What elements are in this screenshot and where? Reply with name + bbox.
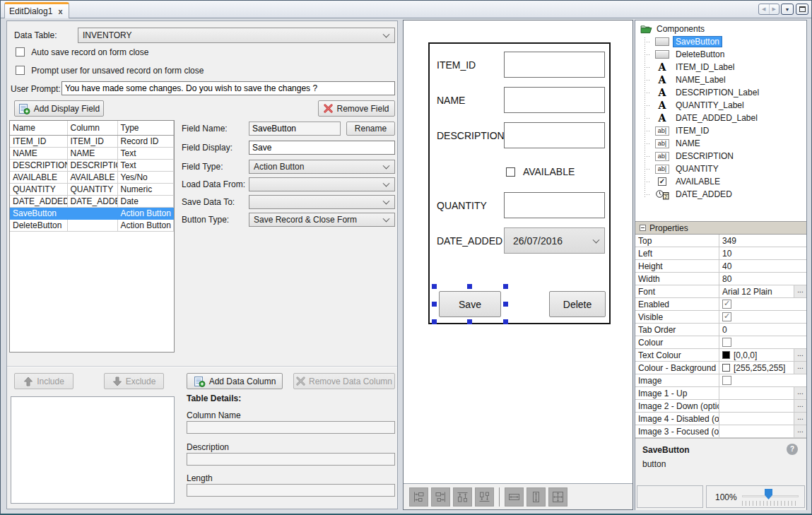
property-name[interactable]: Image 4 - Disabled (optional)	[635, 413, 719, 425]
save-data-to-dropdown[interactable]	[249, 195, 395, 209]
name-form-input[interactable]	[504, 87, 605, 113]
component-item[interactable]: ab|ITEM_ID	[635, 124, 806, 137]
selection-handle[interactable]	[503, 302, 508, 307]
remove-data-column-button[interactable]: Remove Data Column	[293, 373, 395, 389]
field-cell[interactable]: Date	[117, 196, 174, 208]
add-display-field-button[interactable]: Add Display Field	[14, 100, 104, 117]
property-name[interactable]: Colour	[635, 336, 719, 348]
selection-handle[interactable]	[467, 284, 472, 289]
item-id-form-label[interactable]: ITEM_ID	[437, 59, 476, 71]
field-cell[interactable]: ITEM_ID	[67, 136, 117, 148]
selection-handle[interactable]	[432, 319, 437, 324]
field-cell[interactable]: Action Button	[117, 220, 174, 232]
form-save-button[interactable]: Save	[439, 291, 501, 317]
component-item-label[interactable]: DESCRIPTION_Label	[673, 88, 761, 97]
component-item[interactable]: AQUANTITY_Label	[635, 99, 806, 112]
component-item[interactable]: SaveButton	[635, 35, 806, 48]
property-name[interactable]: Enabled	[635, 298, 719, 310]
property-row[interactable]: Enabled	[635, 298, 806, 311]
property-name[interactable]: Tab Order	[635, 324, 719, 336]
property-name[interactable]: Image	[635, 374, 719, 386]
load-data-from-dropdown[interactable]	[249, 177, 395, 191]
property-row[interactable]: Image 3 - Focused (optional)...	[635, 425, 806, 438]
component-item[interactable]: ✓AVAILABLE	[635, 175, 806, 188]
selection-handle[interactable]	[503, 319, 508, 324]
ellipsis-button[interactable]: ...	[794, 425, 806, 437]
selection-handle[interactable]	[432, 284, 437, 289]
field-cell[interactable]: AVAILABLE	[10, 172, 67, 184]
ellipsis-button[interactable]: ...	[794, 362, 806, 374]
component-item-label[interactable]: QUANTITY_Label	[673, 100, 746, 110]
component-item[interactable]: ADESCRIPTION_Label	[635, 86, 806, 99]
ellipsis-button[interactable]: ...	[794, 413, 806, 425]
property-row[interactable]: Text Colour[0,0,0]...	[635, 349, 806, 362]
description-form-label[interactable]: DESCRIPTION	[437, 130, 505, 141]
excluded-columns-listbox[interactable]	[11, 396, 175, 504]
field-row[interactable]: DESCRIPTIONDESCRIPTIONText	[10, 160, 174, 172]
item-id-form-input[interactable]	[504, 52, 605, 78]
field-cell[interactable]: Text	[117, 148, 174, 160]
property-value[interactable]: Arial 12 Plain	[719, 285, 794, 297]
component-item-label[interactable]: DESCRIPTION	[673, 151, 736, 161]
unchecked-checkbox-icon[interactable]	[722, 376, 731, 385]
unchecked-checkbox-icon[interactable]	[722, 338, 731, 347]
ellipsis-button[interactable]: ...	[794, 285, 806, 297]
match-height-button[interactable]	[526, 487, 546, 507]
field-row[interactable]: ITEM_IDITEM_IDRecord ID	[10, 136, 174, 148]
quantity-form-input[interactable]	[504, 192, 605, 218]
form-delete-button[interactable]: Delete	[549, 291, 606, 317]
align-bottom-button[interactable]	[475, 487, 494, 507]
property-row[interactable]: Image	[635, 374, 806, 387]
property-row[interactable]: Visible	[635, 311, 806, 324]
component-item[interactable]: ab|QUANTITY	[635, 162, 806, 175]
component-item-label[interactable]: QUANTITY	[673, 164, 721, 174]
property-name[interactable]: Image 1 - Up	[635, 387, 719, 399]
checked-checkbox-icon[interactable]	[722, 300, 731, 309]
align-left-button[interactable]	[409, 487, 428, 507]
property-row[interactable]: Image 2 - Down (optional)...	[635, 400, 806, 413]
property-row[interactable]: FontArial 12 Plain...	[635, 285, 806, 298]
property-name[interactable]: Width	[635, 273, 719, 285]
description-form-input[interactable]	[504, 122, 605, 148]
components-tree-header[interactable]: Components	[635, 20, 806, 35]
component-item[interactable]: ANAME_Label	[635, 73, 806, 86]
field-row[interactable]: SaveButtonAction Button	[10, 208, 174, 220]
checked-checkbox-icon[interactable]	[722, 312, 731, 321]
field-cell[interactable]: DESCRIPTION	[67, 160, 117, 172]
component-item-label[interactable]: DATE_ADDED_Label	[673, 113, 760, 123]
property-name[interactable]: Image 3 - Focused (optional)	[635, 425, 719, 437]
property-row[interactable]: Colour - Background[255,255,255]...	[635, 362, 806, 374]
selection-handle[interactable]	[467, 319, 472, 324]
description-input[interactable]	[187, 453, 395, 466]
field-cell[interactable]: AVAILABLE	[67, 172, 117, 184]
component-item-label[interactable]: NAME	[673, 138, 702, 148]
property-value[interactable]: 10	[719, 247, 806, 259]
property-name[interactable]: Colour - Background	[635, 362, 719, 374]
field-row[interactable]: QUANTITYQUANTITYNumeric	[10, 184, 174, 196]
zoom-slider-handle[interactable]	[765, 489, 772, 499]
field-row[interactable]: AVAILABLEAVAILABLEYes/No	[10, 172, 174, 184]
property-row[interactable]: Image 4 - Disabled (optional)...	[635, 413, 806, 425]
property-row[interactable]: Colour	[635, 336, 806, 349]
prompt-checkbox-row[interactable]: Prompt user for unsaved record on form c…	[16, 66, 204, 76]
component-item-label[interactable]: AVAILABLE	[673, 177, 722, 187]
field-type-dropdown[interactable]: Action Button	[249, 160, 395, 174]
property-value[interactable]: 80	[719, 273, 806, 285]
fields-table-column-header[interactable]: Column	[67, 121, 117, 136]
component-item[interactable]: ab|DESCRIPTION	[635, 150, 806, 162]
property-name[interactable]: Top	[635, 235, 719, 247]
available-form-checkbox[interactable]	[506, 167, 515, 177]
property-name[interactable]: Font	[635, 285, 719, 297]
name-form-label[interactable]: NAME	[437, 95, 465, 106]
component-item-label[interactable]: ITEM_ID_Label	[673, 62, 736, 72]
field-cell[interactable]: NAME	[67, 148, 117, 160]
field-cell[interactable]: QUANTITY	[10, 184, 67, 196]
user-prompt-input[interactable]	[61, 81, 395, 95]
component-item-label[interactable]: DeleteButton	[673, 49, 726, 59]
property-value[interactable]: 0	[719, 324, 806, 336]
property-value[interactable]	[719, 400, 794, 412]
form-designer-canvas[interactable]: ITEM_ID NAME DESCRIPTION AVAILABLE QUANT…	[404, 20, 632, 484]
field-cell[interactable]: DATE_ADDED	[67, 196, 117, 208]
selection-handle[interactable]	[503, 284, 508, 289]
field-cell[interactable]: ITEM_ID	[10, 136, 67, 148]
